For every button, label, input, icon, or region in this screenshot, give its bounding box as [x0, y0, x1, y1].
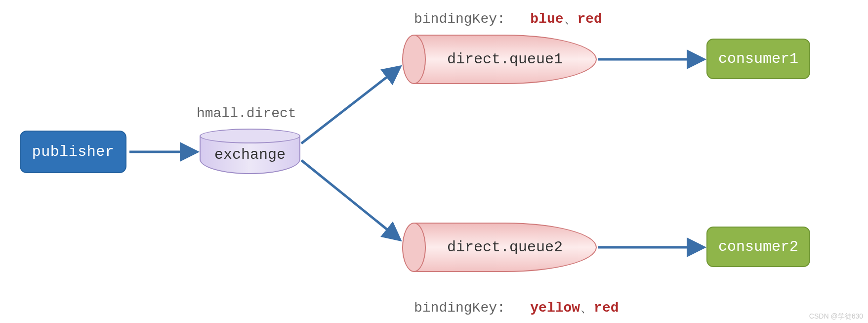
queue1-cap — [402, 35, 426, 84]
binding-key-prefix-2: bindingKey: — [414, 300, 505, 316]
exchange-node: exchange — [200, 129, 300, 174]
queue2-node: direct.queue2 — [402, 223, 597, 272]
consumer1-label: consumer1 — [718, 50, 798, 67]
binding-key-label-queue1: bindingKey: blue、red — [414, 9, 602, 28]
binding-key-prefix-1: bindingKey: — [414, 11, 505, 27]
consumer2-node: consumer2 — [706, 227, 810, 267]
consumer2-label: consumer2 — [718, 238, 798, 255]
queue2-cap — [402, 223, 426, 272]
binding-key-2-value-1: red — [594, 300, 619, 316]
queue1-body: direct.queue1 — [414, 35, 597, 84]
queue1-node: direct.queue1 — [402, 35, 597, 84]
exchange-name-label: hmall.direct — [197, 106, 296, 121]
exchange-label: exchange — [214, 146, 286, 163]
publisher-label: publisher — [32, 143, 115, 160]
binding-key-1-value-1: red — [578, 11, 602, 27]
binding-key-1-sep: 、 — [564, 11, 578, 27]
binding-key-1-value-0: blue — [530, 11, 563, 27]
publisher-node: publisher — [20, 131, 126, 173]
watermark: CSDN @学徒630 — [809, 312, 863, 321]
queue1-label: direct.queue1 — [447, 51, 563, 68]
arrow-exchange-queue1 — [301, 68, 398, 143]
binding-key-label-queue2: bindingKey: yellow、red — [414, 298, 619, 317]
binding-key-2-value-0: yellow — [530, 300, 580, 316]
arrow-exchange-queue2 — [301, 160, 398, 238]
binding-key-2-sep: 、 — [580, 300, 594, 316]
queue2-body: direct.queue2 — [414, 223, 597, 272]
consumer1-node: consumer1 — [706, 39, 810, 79]
queue2-label: direct.queue2 — [447, 239, 563, 256]
exchange-top — [200, 129, 300, 143]
